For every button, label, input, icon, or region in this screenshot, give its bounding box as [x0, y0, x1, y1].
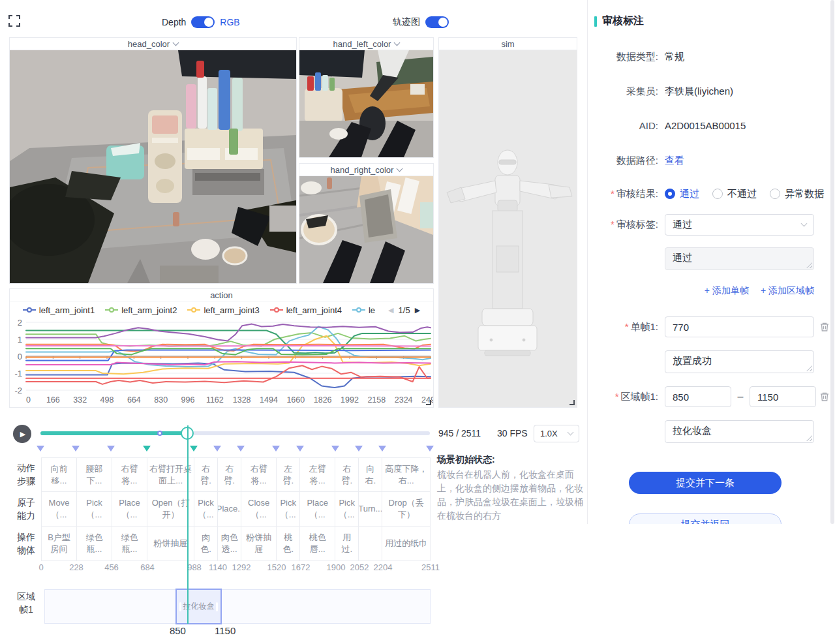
- region-range-box[interactable]: 拉化妆盒: [175, 589, 222, 624]
- field-region-frame-note: 拉化妆盒: [588, 420, 830, 443]
- depth-rgb-switch[interactable]: [191, 16, 215, 28]
- region-handle-left[interactable]: [179, 602, 181, 611]
- camera-title: hand_right_color: [331, 165, 394, 175]
- x-axis-tick: 166: [46, 395, 60, 405]
- legend-item[interactable]: left_arm_joint1: [23, 305, 95, 315]
- legend-prev-icon[interactable]: ◀: [388, 306, 393, 314]
- depth-label: Depth: [162, 17, 186, 27]
- radio-icon: [712, 189, 723, 199]
- add-region-frame-link[interactable]: + 添加区域帧: [761, 285, 814, 297]
- delete-single-frame-icon[interactable]: [819, 322, 830, 332]
- radio-icon: [665, 189, 675, 199]
- y-axis-tick: -2: [14, 386, 22, 395]
- field-data-type: 数据类型: 常规: [588, 46, 830, 67]
- switch-knob: [438, 18, 448, 27]
- step-marker-icon: [143, 446, 151, 452]
- review-result-radio-group: 通过不通过异常数据: [665, 183, 824, 204]
- step-cell-action: 左臂.: [277, 458, 299, 492]
- step-column: 右臂.Place..肉色透...: [218, 458, 241, 560]
- chevron-down-icon: [394, 39, 401, 46]
- x-axis-tick: 1992: [341, 395, 359, 405]
- step-marker-icon: [272, 446, 280, 452]
- textarea-resize-icon[interactable]: [806, 365, 812, 371]
- submit-next-button[interactable]: 提交并下一条: [629, 472, 782, 494]
- timeline-slider[interactable]: [40, 431, 430, 435]
- tag-note-textarea[interactable]: 通过: [665, 247, 814, 270]
- field-review-result: *审核结果: 通过不通过异常数据: [588, 183, 830, 204]
- field-tag-note: 通过: [588, 247, 830, 270]
- step-axis-tick: 1140: [209, 562, 227, 572]
- field-label: *审核标签:: [588, 214, 658, 235]
- step-marker-icon: [331, 446, 339, 452]
- play-button[interactable]: ▶: [13, 425, 31, 443]
- field-label: *单帧1:: [588, 316, 658, 337]
- step-axis-tick: 1900: [327, 562, 346, 572]
- single-frame-input[interactable]: 770: [665, 316, 814, 337]
- review-panel-header: 审核标注: [594, 14, 644, 28]
- textarea-resize-icon[interactable]: [806, 435, 812, 441]
- step-cell-object: 粉饼抽屉: [241, 527, 276, 560]
- legend-item[interactable]: le: [352, 305, 375, 315]
- camera-header-hand-left[interactable]: hand_left_color: [299, 38, 433, 50]
- radio-label: 通过: [680, 188, 699, 200]
- radio-option[interactable]: 通过: [665, 188, 699, 200]
- step-axis-tick: 684: [140, 562, 155, 572]
- legend-label: left_arm_joint2: [121, 305, 177, 315]
- radio-option[interactable]: 不通过: [712, 188, 757, 200]
- legend-next-icon[interactable]: ▶: [415, 306, 420, 314]
- legend-ring-icon: [109, 307, 114, 313]
- review-tag-select[interactable]: 通过: [665, 214, 814, 236]
- step-cell-object: 用过的纸巾: [382, 527, 430, 560]
- step-cell-action: 高度下降，右...: [382, 458, 430, 492]
- step-cell-action: 右臂.: [218, 458, 241, 492]
- radio-option[interactable]: 异常数据: [770, 188, 824, 200]
- resize-grip-icon[interactable]: [569, 400, 575, 405]
- legend-marker-icon: [352, 309, 365, 311]
- step-axis-tick: 2511: [421, 562, 440, 572]
- delete-region-frame-icon[interactable]: [819, 391, 830, 402]
- region-handle-right[interactable]: [216, 602, 218, 611]
- textarea-resize-icon[interactable]: [806, 262, 812, 268]
- x-axis-tick: 2324: [395, 395, 413, 405]
- step-column: 向右.Turn...: [359, 458, 382, 560]
- range-separator: –: [731, 386, 750, 407]
- region-end-input[interactable]: 1150: [750, 386, 816, 407]
- region-frame-note-textarea[interactable]: 拉化妆盒: [665, 420, 814, 443]
- switch-knob: [204, 18, 213, 27]
- step-marker-icon: [37, 446, 44, 452]
- resize-grip-icon[interactable]: [426, 400, 431, 405]
- add-single-frame-link[interactable]: + 添加单帧: [705, 285, 749, 297]
- fullscreen-icon[interactable]: [8, 14, 21, 27]
- sim-viewport: [439, 50, 577, 407]
- legend-label: left_arm_joint1: [39, 305, 95, 315]
- camera-header-head[interactable]: head_color: [10, 38, 296, 50]
- region-start-input[interactable]: 850: [665, 386, 731, 407]
- step-cell-object: B户型房间: [42, 527, 76, 560]
- submit-back-button[interactable]: 提交并返回: [629, 514, 782, 524]
- step-row-label: 动作 步骤: [12, 457, 40, 492]
- legend-item[interactable]: left_arm_joint3: [187, 305, 259, 315]
- step-cell-ability: Place（...: [300, 492, 335, 526]
- camera-panel-sim: sim: [438, 37, 577, 408]
- step-cell-object: [359, 527, 382, 560]
- legend-item[interactable]: left_arm_joint4: [270, 305, 342, 315]
- step-axis-tick: 228: [69, 562, 84, 572]
- x-axis-tick: 0: [26, 395, 31, 405]
- step-column: 右臂将...Close（...粉饼抽屉: [241, 458, 277, 560]
- legend-item[interactable]: left_arm_joint2: [105, 305, 177, 315]
- speed-select[interactable]: 1.0X: [534, 425, 579, 442]
- data-path-link[interactable]: 查看: [665, 150, 684, 171]
- x-axis-tick: 1826: [314, 395, 332, 405]
- trajectory-switch[interactable]: [425, 16, 449, 28]
- step-column: 高度下降，右...Drop（丢下）用过的纸巾: [382, 458, 430, 560]
- single-frame-note-textarea[interactable]: 放置成功: [665, 350, 814, 373]
- step-marker-icon: [355, 446, 363, 452]
- y-axis-tick: 2: [18, 318, 22, 328]
- y-axis-tick: -1: [14, 369, 22, 378]
- x-axis-tick: 1328: [233, 395, 251, 405]
- scrollbar-thumb[interactable]: [830, 0, 834, 524]
- camera-header-hand-right[interactable]: hand_right_color: [299, 164, 433, 176]
- step-cell-action: 右臂将...: [112, 458, 147, 492]
- add-frame-links: + 添加单帧 + 添加区域帧: [665, 285, 814, 297]
- scene-title: 场景初始状态:: [437, 453, 583, 467]
